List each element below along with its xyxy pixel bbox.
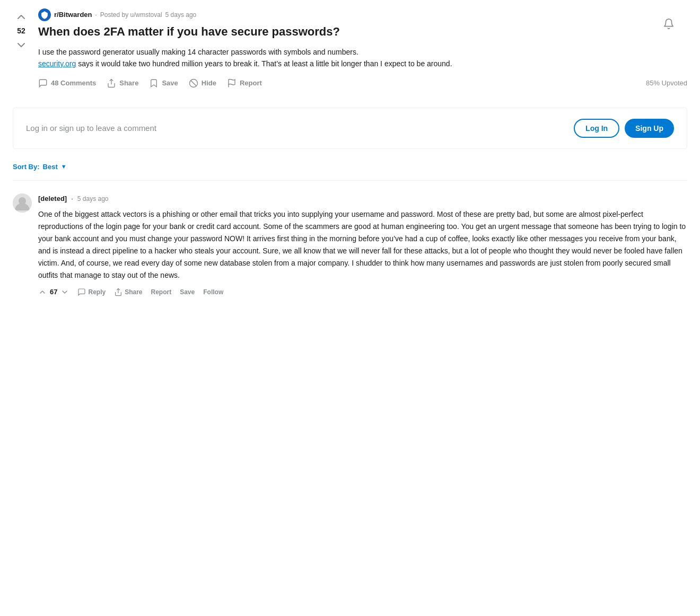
comment-upvote-button[interactable] <box>38 288 47 296</box>
subreddit-name[interactable]: r/Bitwarden <box>54 10 92 20</box>
comment-report-button[interactable]: Report <box>151 287 172 297</box>
post-body-line1: I use the password generator usually mak… <box>38 48 358 56</box>
comment-meta-separator: · <box>71 193 73 204</box>
reply-label: Reply <box>88 287 106 297</box>
sort-bar: Sort By: Best ▼ <box>13 162 687 181</box>
comment-text: One of the biggest attack vectors is a p… <box>38 208 687 282</box>
hide-button[interactable]: Hide <box>189 78 216 89</box>
comment-save-button[interactable]: Save <box>180 287 195 297</box>
post-title: When does 2FA matter if you have secure … <box>38 24 687 40</box>
report-post-button[interactable]: Report <box>227 78 262 89</box>
post-time: 5 days ago <box>165 10 197 20</box>
comment-report-label: Report <box>151 287 172 297</box>
comment-avatar <box>13 193 32 213</box>
comment-downvote-button[interactable] <box>60 288 69 296</box>
comment-box-buttons: Log In Sign Up <box>574 119 674 138</box>
sort-by-value[interactable]: Best <box>43 162 58 172</box>
comment-author: [deleted] <box>38 193 67 204</box>
hide-label: Hide <box>202 78 216 89</box>
post-vote-count: 52 <box>17 25 25 37</box>
comment-login-box: Log in or sign up to leave a comment Log… <box>13 108 687 149</box>
signup-button[interactable]: Sign Up <box>625 119 674 138</box>
comment-time: 5 days ago <box>77 194 109 204</box>
notification-bell-icon[interactable] <box>663 19 675 32</box>
share-button[interactable]: Share <box>107 78 138 89</box>
comment-box-placeholder: Log in or sign up to leave a comment <box>26 122 156 135</box>
vote-column: 52 <box>13 8 30 51</box>
post-separator: · <box>95 10 97 20</box>
comments-label: 48 Comments <box>51 78 96 89</box>
sort-by-label: Sort By: <box>13 162 40 172</box>
post-body: I use the password generator usually mak… <box>38 46 687 70</box>
comment-container: [deleted] · 5 days ago One of the bigges… <box>13 193 687 297</box>
comment-save-label: Save <box>180 287 195 297</box>
post-content: r/Bitwarden · Posted by u/wmstoval 5 day… <box>38 8 687 101</box>
comment-vote-section: 67 <box>38 287 69 297</box>
share-label: Share <box>119 78 138 89</box>
comment-meta: [deleted] · 5 days ago <box>38 193 687 204</box>
comments-button[interactable]: 48 Comments <box>38 78 96 89</box>
sort-chevron-icon[interactable]: ▼ <box>61 162 67 171</box>
comment-body: [deleted] · 5 days ago One of the bigges… <box>38 193 687 297</box>
comment-vote-count: 67 <box>50 287 57 297</box>
comment-share-label: Share <box>125 287 142 297</box>
upvoted-percent: 85% Upvoted <box>646 78 687 89</box>
post-action-bar: 48 Comments Share Save <box>38 78 687 89</box>
login-button[interactable]: Log In <box>574 119 619 138</box>
post-container: 52 r/Bitwarden · Posted by u/wmstova <box>13 8 687 101</box>
subreddit-logo <box>38 8 51 21</box>
save-label: Save <box>162 78 178 89</box>
comment-reply-button[interactable]: Reply <box>77 287 106 297</box>
upvote-button[interactable] <box>15 11 28 23</box>
report-label: Report <box>240 78 262 89</box>
security-org-link[interactable]: security.org <box>38 59 76 68</box>
downvote-button[interactable] <box>15 39 28 51</box>
comment-share-button[interactable]: Share <box>114 287 142 297</box>
post-body-line2: says it would take two hundred million y… <box>76 59 452 68</box>
svg-line-2 <box>190 81 196 86</box>
comment-follow-button[interactable]: Follow <box>203 287 223 297</box>
posted-by-text: Posted by u/wmstoval <box>100 10 162 20</box>
save-post-button[interactable]: Save <box>149 78 178 89</box>
comment-follow-label: Follow <box>203 287 223 297</box>
post-meta: r/Bitwarden · Posted by u/wmstoval 5 day… <box>38 8 687 21</box>
comment-actions: 67 Reply <box>38 287 687 297</box>
